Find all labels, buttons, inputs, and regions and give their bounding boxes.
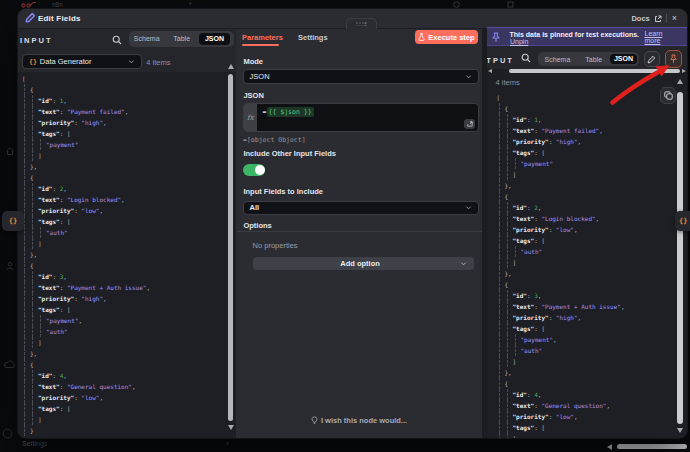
input-fields-to-include-label: Input Fields to Include [243,187,323,196]
input-connector-stub[interactable]: {} [2,211,24,231]
header-divider [666,14,667,23]
mode-label: Mode [243,57,263,66]
input-fields-to-include-select[interactable]: All [243,201,479,216]
node-feedback-label: I wish this node would... [321,416,407,425]
unpin-link[interactable]: Unpin [510,38,528,45]
n8n-node-detail-view: n8n + Settings › Edit Fields Docs × [0,0,690,452]
page-hscrollbar-thumb[interactable] [617,444,687,450]
output-connector-stub[interactable]: {} [675,211,690,231]
options-label: Options [243,221,271,230]
grip-dots-icon [356,22,367,27]
page-hscrollbar-left-arrow[interactable] [607,444,612,450]
pinned-data-banner: This data is pinned for test executions.… [487,27,688,47]
active-tab-underline [242,44,279,46]
input-items-count: 4 items [146,58,170,67]
copy-icon [664,91,673,100]
execute-step-label: Execute step [428,33,474,42]
pin-data-button[interactable] [665,50,683,67]
panel-resize-divider[interactable] [482,29,487,439]
output-hscrollbar-left-arrow[interactable] [488,69,492,73]
mode-select-value: JSON [250,72,465,81]
input-tab-schema[interactable]: Schema [129,35,165,42]
canvas-plus-icon: + [188,0,193,8]
open-expression-editor-button[interactable] [464,119,475,129]
output-tab-schema[interactable]: Schema [538,56,578,63]
tab-parameters[interactable]: Parameters [242,33,283,42]
edit-output-button[interactable] [644,51,660,67]
external-link-icon[interactable] [654,15,662,23]
workflow-name-label: n8n [52,1,63,8]
output-panel: OUTPUT Schema Table JSON [487,29,688,439]
docs-link[interactable]: Docs [631,14,649,23]
input-vscrollbar-thumb[interactable] [228,74,233,421]
learn-more-link[interactable]: Learn more [645,30,667,44]
expression-fx-gutter: fx [244,104,258,132]
output-tab-json[interactable]: JSON [610,54,637,65]
toggle-knob [255,165,265,175]
input-panel-title: INPUT [20,36,53,45]
parameters-panel: Parameters Settings Execute step Mode JS… [237,29,482,439]
fields-to-include-value: All [250,203,465,212]
add-option-button[interactable]: Add option [253,257,475,271]
chevron-down-icon [460,260,467,267]
edit-fields-dialog: Edit Fields Docs × INPUT Sche [18,9,687,438]
input-panel: INPUT Schema Table JSON {} Data Generato… [18,29,236,439]
banner-message: This data is pinned for test executions. [510,31,640,38]
pin-icon [669,54,678,64]
output-vscrollbar-thumb[interactable] [677,92,683,424]
set-node-icon: {} [29,58,37,66]
chevron-down-icon [465,204,472,211]
output-panel-title: OUTPUT [487,56,514,65]
sidebar-settings-label[interactable]: Settings [22,440,47,447]
include-other-fields-label: Include Other Input Fields [243,149,336,158]
input-source-value: Data Generator [40,57,128,66]
output-items-count: 4 items [496,78,520,87]
sidebar-cloud-icon [4,360,16,369]
output-hscrollbar-thumb[interactable] [509,69,680,73]
json-expression-editor[interactable]: fx ={{ $json }} [243,103,479,133]
input-tab-table[interactable]: Table [165,35,199,42]
dialog-title: Edit Fields [38,12,81,25]
output-vscrollbar-down-arrow[interactable] [677,428,683,433]
options-empty-text: No properties [253,241,298,250]
output-hscrollbar-right-arrow[interactable] [682,69,686,73]
expression-value: ={{ $json }} [263,108,314,117]
canvas-circle-icon [453,1,460,8]
chevron-down-icon [465,73,472,80]
input-display-mode-tabs: Schema Table JSON [129,31,235,46]
include-other-fields-toggle[interactable] [243,164,265,176]
input-source-select[interactable]: {} Data Generator [22,54,142,69]
json-field-label: JSON [243,91,263,100]
output-json-code[interactable]: 4 items [{"id": 1,"text": "Payment faile… [487,74,688,438]
copy-output-button[interactable] [660,87,676,104]
expand-icon [467,121,473,127]
output-vscrollbar-up-arrow[interactable] [677,79,683,84]
sidebar-help-icon [2,428,13,439]
flask-icon [418,33,425,41]
chevron-down-icon [128,58,135,65]
expression-result-hint: =[object Object] [243,136,306,144]
pencil-node-icon [25,12,36,23]
panel-drag-handle[interactable] [346,18,377,29]
sidebar-home-icon [5,146,15,156]
output-search-icon[interactable] [521,53,531,63]
lightbulb-icon [311,416,318,425]
options-divider [237,231,482,232]
input-search-icon[interactable] [112,35,122,45]
mode-select[interactable]: JSON [243,69,479,84]
canvas-square-icon [507,1,514,8]
banner-pin-icon [491,32,501,43]
node-feedback-hint[interactable]: I wish this node would... [237,416,482,425]
execute-step-button[interactable]: Execute step [415,30,479,44]
input-vscrollbar-up-arrow[interactable] [228,64,234,69]
input-vscrollbar-down-arrow[interactable] [228,425,234,430]
tab-settings[interactable]: Settings [298,33,328,42]
output-display-mode-tabs: Schema Table JSON [538,52,640,67]
edit-pencil-icon [647,55,656,64]
add-option-label: Add option [260,259,461,268]
sidebar-collapse-icon[interactable]: › [226,439,229,448]
output-tab-table[interactable]: Table [577,56,610,63]
close-icon[interactable]: × [671,14,678,23]
input-json-code[interactable]: [{"id": 1,"text": "Payment failed","prio… [18,72,236,438]
input-tab-json[interactable]: JSON [199,33,231,44]
